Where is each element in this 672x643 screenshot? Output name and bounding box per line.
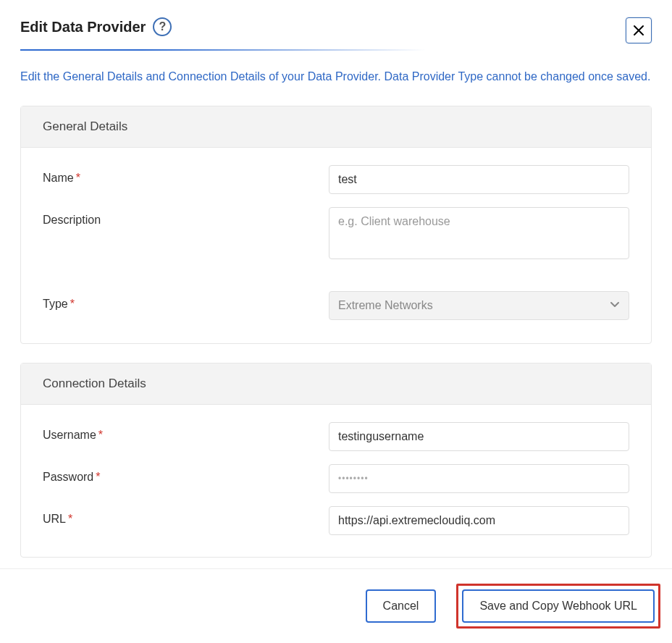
name-row: Name* (43, 165, 629, 194)
username-label-text: Username (43, 429, 96, 441)
general-details-section: General Details Name* Description Type* (20, 106, 652, 344)
dialog-header: Edit Data Provider ? (20, 17, 652, 43)
dialog-title: Edit Data Provider (20, 19, 146, 35)
password-label: Password* (43, 464, 329, 484)
url-label: URL* (43, 506, 329, 526)
required-star: * (76, 172, 80, 184)
type-select[interactable]: Extreme Networks (329, 291, 629, 320)
url-row: URL* (43, 506, 629, 535)
name-label-text: Name (43, 172, 74, 184)
name-label: Name* (43, 165, 329, 185)
required-star: * (96, 471, 100, 483)
url-label-text: URL (43, 513, 66, 525)
description-input[interactable] (329, 207, 629, 259)
password-control: •••••••• (329, 464, 629, 493)
connection-details-header: Connection Details (21, 363, 651, 405)
type-control: Extreme Networks (329, 291, 629, 320)
description-control (329, 207, 629, 262)
edit-data-provider-dialog: Edit Data Provider ? Edit the General De… (0, 0, 672, 558)
required-star: * (70, 298, 75, 310)
cancel-button[interactable]: Cancel (366, 589, 437, 623)
required-star: * (98, 429, 103, 441)
connection-details-section: Connection Details Username* Password* •… (20, 363, 652, 558)
general-details-header: General Details (21, 106, 651, 148)
close-button[interactable] (626, 17, 652, 43)
type-select-value: Extreme Networks (329, 291, 629, 320)
type-row: Type* Extreme Networks (43, 291, 629, 320)
username-input[interactable] (329, 422, 629, 451)
description-row: Description (43, 207, 629, 262)
dialog-footer: Cancel Save and Copy Webhook URL (0, 568, 672, 643)
username-row: Username* (43, 422, 629, 451)
password-mask: •••••••• (338, 474, 369, 484)
close-icon (633, 25, 644, 36)
name-control (329, 165, 629, 194)
username-control (329, 422, 629, 451)
password-label-text: Password (43, 471, 93, 483)
password-input[interactable]: •••••••• (329, 464, 629, 493)
description-label: Description (43, 207, 329, 227)
type-label-text: Type (43, 298, 68, 310)
general-details-body: Name* Description Type* Extreme Net (21, 148, 651, 343)
save-button-highlight: Save and Copy Webhook URL (456, 584, 660, 629)
username-label: Username* (43, 422, 329, 442)
connection-details-body: Username* Password* •••••••• URL* (21, 405, 651, 557)
info-text: Edit the General Details and Connection … (20, 68, 652, 85)
type-label: Type* (43, 291, 329, 311)
title-underline (20, 49, 426, 51)
password-row: Password* •••••••• (43, 464, 629, 493)
url-input[interactable] (329, 506, 629, 535)
url-control (329, 506, 629, 535)
name-input[interactable] (329, 165, 629, 194)
help-icon[interactable]: ? (153, 17, 172, 36)
required-star: * (68, 513, 72, 525)
save-and-copy-webhook-url-button[interactable]: Save and Copy Webhook URL (462, 589, 655, 623)
dialog-title-wrap: Edit Data Provider ? (20, 17, 172, 36)
